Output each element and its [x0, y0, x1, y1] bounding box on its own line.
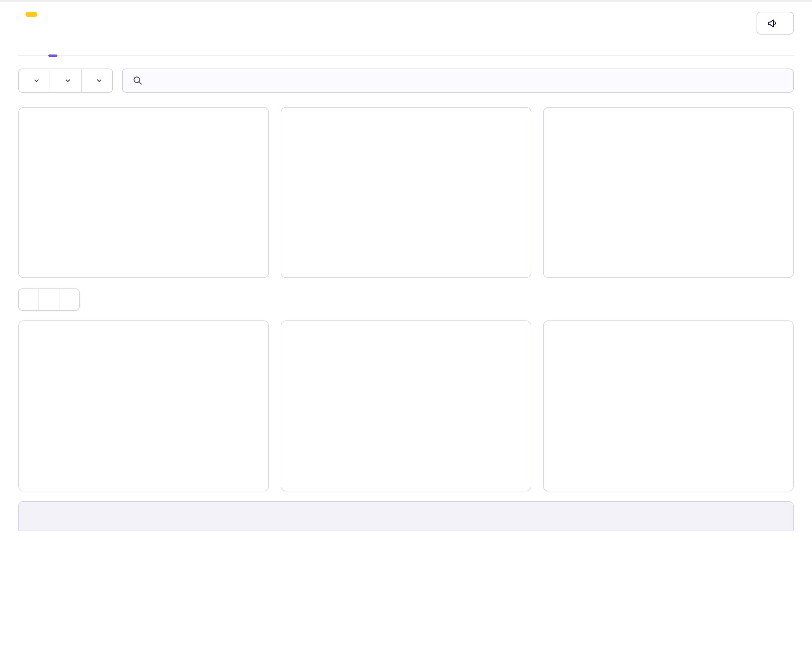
traffic-card [18, 107, 269, 278]
envs-dropdown[interactable] [50, 69, 82, 92]
chevron-down-icon [95, 77, 103, 84]
search-box [122, 69, 794, 93]
tab-tools[interactable] [19, 289, 39, 310]
charts-row-1 [18, 107, 794, 278]
tab-prompts[interactable] [60, 289, 79, 310]
chevron-down-icon [64, 77, 72, 84]
projects-dropdown[interactable] [19, 69, 50, 92]
chevron-down-icon [33, 77, 40, 84]
beta-badge [26, 12, 37, 17]
filter-group [18, 69, 113, 93]
slowest-tools-card [281, 320, 531, 491]
tools-table-header [19, 502, 793, 531]
col-requests[interactable] [395, 511, 493, 522]
megaphone-icon [767, 18, 778, 29]
tools-table [18, 501, 794, 531]
filter-bar [18, 69, 794, 93]
search-icon [133, 75, 143, 86]
tab-resources[interactable] [39, 289, 60, 310]
main-tabs [18, 48, 794, 56]
entity-tabs [18, 288, 79, 311]
charts-row-2 [18, 320, 794, 491]
page [0, 2, 812, 531]
daterange-dropdown[interactable] [82, 69, 112, 92]
traffic-by-client-card [281, 107, 531, 278]
most-used-tools-card [18, 320, 269, 491]
search-input[interactable] [149, 75, 790, 86]
brand [18, 12, 37, 17]
give-feedback-button[interactable] [757, 12, 794, 35]
transport-distribution-card [543, 107, 794, 278]
most-failing-tools-card [543, 320, 794, 491]
header [18, 2, 794, 35]
